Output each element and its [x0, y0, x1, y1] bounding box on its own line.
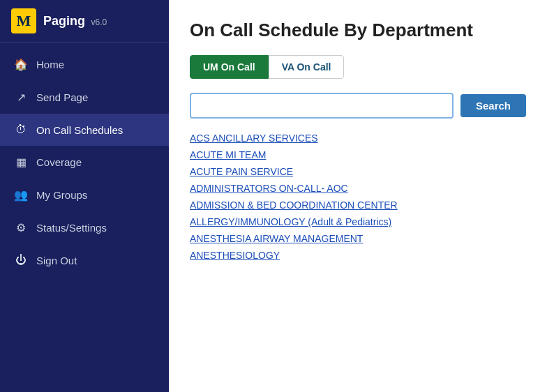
sidebar-item-home-label: Home: [36, 59, 64, 70]
coverage-icon: ▦: [14, 156, 28, 169]
send-page-icon: ↗: [14, 91, 28, 104]
sidebar-item-my-groups-label: My Groups: [36, 189, 87, 201]
sidebar-item-settings-label: Status/Settings: [36, 222, 107, 234]
department-link[interactable]: ANESTHESIA AIRWAY MANAGEMENT: [190, 233, 526, 244]
sidebar-item-sign-out-label: Sign Out: [36, 255, 77, 266]
page-title: On Call Schedule By Department: [190, 20, 526, 41]
settings-icon: ⚙: [14, 221, 28, 234]
tab-group: UM On Call VA On Call: [190, 55, 526, 79]
department-link[interactable]: ADMISSION & BED COORDINATION CENTER: [190, 199, 526, 211]
department-link[interactable]: ALLERGY/IMMUNOLOGY (Adult & Pediatrics): [190, 216, 526, 227]
search-button[interactable]: Search: [460, 94, 526, 117]
sidebar-item-on-call-label: On Call Schedules: [36, 124, 123, 136]
search-input[interactable]: [190, 93, 454, 119]
sidebar-nav: 🏠 Home ↗ Send Page ⏱ On Call Schedules ▦…: [0, 43, 169, 276]
app-version: v6.0: [91, 17, 107, 27]
tab-um-on-call[interactable]: UM On Call: [190, 55, 269, 79]
sign-out-icon: ⏻: [14, 254, 28, 266]
sidebar-header: M Paging v6.0: [0, 0, 169, 43]
sidebar-item-status-settings[interactable]: ⚙ Status/Settings: [0, 211, 169, 244]
department-link[interactable]: ANESTHESIOLOGY: [190, 250, 526, 261]
department-link[interactable]: ACUTE PAIN SERVICE: [190, 166, 526, 177]
sidebar-item-sign-out[interactable]: ⏻ Sign Out: [0, 244, 169, 276]
sidebar-item-my-groups[interactable]: 👥 My Groups: [0, 179, 169, 211]
app-title: Paging: [43, 14, 85, 28]
department-link[interactable]: ACUTE MI TEAM: [190, 149, 526, 160]
sidebar-item-send-page[interactable]: ↗ Send Page: [0, 81, 169, 114]
sidebar-item-coverage-label: Coverage: [36, 156, 82, 168]
sidebar-item-on-call-schedules[interactable]: ⏱ On Call Schedules: [0, 114, 169, 146]
department-list: ACS ANCILLARY SERVICESACUTE MI TEAMACUTE…: [190, 133, 526, 261]
main-content: On Call Schedule By Department UM On Cal…: [169, 0, 547, 392]
my-groups-icon: 👥: [14, 188, 28, 202]
department-link[interactable]: ADMINISTRATORS ON-CALL- AOC: [190, 183, 526, 194]
sidebar: M Paging v6.0 🏠 Home ↗ Send Page ⏱ On Ca…: [0, 0, 169, 392]
app-logo: M: [11, 8, 36, 33]
tab-va-on-call[interactable]: VA On Call: [269, 55, 345, 79]
department-link[interactable]: ACS ANCILLARY SERVICES: [190, 133, 526, 144]
sidebar-item-home[interactable]: 🏠 Home: [0, 48, 169, 81]
on-call-icon: ⏱: [14, 123, 28, 136]
sidebar-item-send-page-label: Send Page: [36, 91, 88, 103]
search-row: Search: [190, 93, 526, 119]
sidebar-item-coverage[interactable]: ▦ Coverage: [0, 146, 169, 179]
main-inner: On Call Schedule By Department UM On Cal…: [169, 0, 547, 392]
home-icon: 🏠: [14, 58, 28, 71]
